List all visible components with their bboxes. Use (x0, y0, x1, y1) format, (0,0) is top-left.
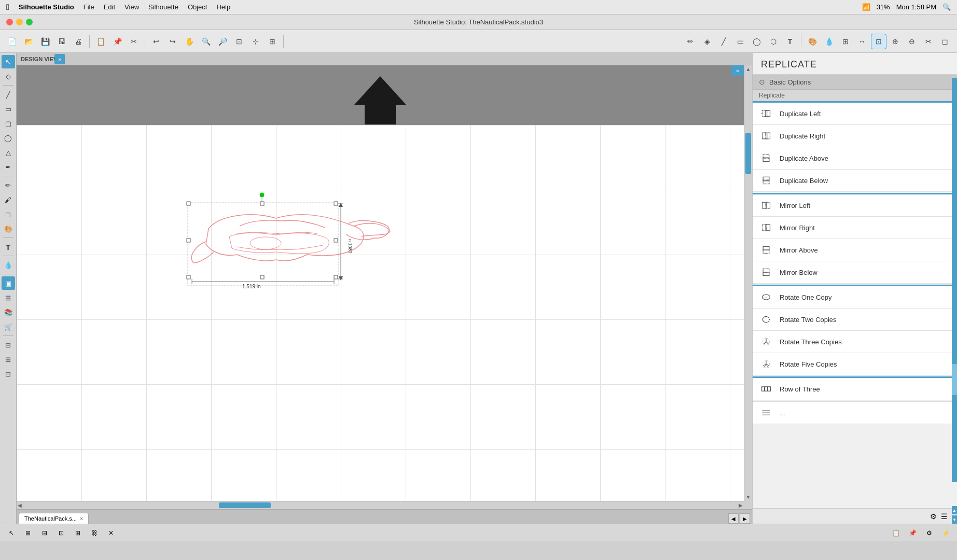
status-settings-btn[interactable]: ⚙ (922, 527, 936, 539)
undo-button[interactable]: ↩ (148, 34, 164, 49)
transform-tool[interactable]: ↔ (854, 34, 870, 49)
select-tool[interactable]: ↖ (2, 55, 15, 68)
replicate-tool[interactable]: ⊡ (871, 34, 886, 49)
ellipse-draw-tool[interactable]: ◯ (2, 131, 15, 145)
zoom-out-button[interactable]: 🔎 (215, 34, 230, 49)
rotate-three-item[interactable]: Rotate Three Copies (753, 331, 957, 353)
grid-tool[interactable]: ⊞ (838, 34, 853, 49)
knife-tool[interactable]: ✂ (921, 34, 936, 49)
pencil-tool[interactable]: ✏ (2, 178, 15, 192)
status-select-btn[interactable]: ↖ (4, 527, 19, 539)
panel-2[interactable]: ⊞ (2, 353, 15, 366)
canvas-expand-btn[interactable]: » (731, 65, 744, 76)
erase-tool[interactable]: ◻ (2, 207, 15, 221)
duplicate-right-item[interactable]: Duplicate Right (753, 125, 957, 147)
save-button[interactable]: 💾 (37, 34, 53, 49)
panel-3[interactable]: ⊡ (2, 367, 15, 381)
fill-panel-tool[interactable]: ▣ (2, 276, 15, 290)
library-tool[interactable]: 📚 (2, 305, 15, 319)
help-menu[interactable]: Help (216, 3, 230, 11)
zoom-fit-button[interactable]: ⊡ (231, 34, 247, 49)
tab-close-button[interactable]: × (80, 515, 83, 522)
pen-draw-tool[interactable]: ✒ (2, 160, 15, 174)
line-draw-tool[interactable]: ╱ (2, 88, 15, 101)
rotate-two-item[interactable]: Rotate Two Copies (753, 309, 957, 331)
nautical-tab[interactable]: TheNauticalPack.s... × (19, 513, 89, 524)
cut-button[interactable]: ✂ (126, 34, 142, 49)
settings-icon[interactable]: ☰ (941, 512, 948, 521)
mirror-below-item[interactable]: Mirror Below (753, 261, 957, 284)
object-menu[interactable]: Object (188, 3, 207, 11)
select-button[interactable]: ⊹ (248, 34, 263, 49)
eyedrop-tool[interactable]: 💧 (821, 34, 837, 49)
nav-left-btn[interactable]: ◀ (728, 513, 739, 524)
vscroll-up-btn[interactable]: ▲ (744, 65, 752, 73)
app-menu[interactable]: Silhouette Studio (19, 3, 74, 11)
fill-tool[interactable]: 🎨 (805, 34, 820, 49)
eraser-tool[interactable]: ◻ (937, 34, 953, 49)
duplicate-below-item[interactable]: Duplicate Below (753, 170, 957, 192)
expand-canvas-button[interactable]: » (54, 54, 65, 64)
copy-button[interactable]: 📋 (93, 34, 108, 49)
text-draw-tool[interactable]: T (2, 240, 15, 254)
gear-icon[interactable]: ⚙ (930, 512, 937, 521)
vscroll-down-btn[interactable]: ▼ (744, 494, 752, 500)
store-tool[interactable]: 🛒 (2, 320, 15, 333)
status-layer-btn[interactable]: ⊞ (71, 527, 85, 539)
rect-tool[interactable]: ▭ (732, 34, 748, 49)
text-tool[interactable]: T (782, 34, 798, 49)
panel-scroll-area[interactable]: ⊙ Basic Options Replicate (753, 75, 957, 524)
rotate-one-item[interactable]: Rotate One Copy (753, 286, 957, 309)
layers-tool[interactable]: ⊞ (2, 291, 15, 304)
apple-menu[interactable]:  (6, 3, 9, 12)
status-paste-btn[interactable]: 📌 (905, 527, 920, 539)
nav-right-btn[interactable]: ▶ (740, 513, 750, 524)
rotate-five-item[interactable]: Rotate Five Copies (753, 353, 957, 375)
status-close-btn[interactable]: ✕ (104, 527, 118, 539)
hscroll-thumb[interactable] (219, 502, 271, 508)
save-as-button[interactable]: 🖫 (54, 34, 70, 49)
rect-draw-tool[interactable]: ▭ (2, 102, 15, 116)
zoom-in-button[interactable]: 🔍 (198, 34, 214, 49)
ellipse-tool[interactable]: ◯ (749, 34, 765, 49)
mirror-right-item[interactable]: Mirror Right (753, 217, 957, 239)
section-header[interactable]: ⊙ Basic Options (753, 75, 957, 90)
more-items[interactable]: ... (753, 401, 957, 424)
minimize-button[interactable] (16, 19, 23, 25)
duplicate-left-item[interactable]: Duplicate Left (753, 103, 957, 125)
print-button[interactable]: 🖨 (71, 34, 86, 49)
view-menu[interactable]: View (124, 3, 139, 11)
edit-menu[interactable]: Edit (104, 3, 115, 11)
canvas-vscrollbar[interactable]: ▲ ▼ (744, 65, 752, 501)
hscroll-left-btn[interactable]: ◀ (18, 501, 22, 509)
rounded-rect-tool[interactable]: ▢ (2, 117, 15, 130)
pan-button[interactable]: ✋ (182, 34, 197, 49)
panel-scroll-down-btn[interactable]: ▼ (952, 515, 957, 524)
node-tool[interactable]: ◈ (699, 34, 715, 49)
line-tool[interactable]: ╱ (716, 34, 731, 49)
paste-button[interactable]: 📌 (109, 34, 125, 49)
eyedropper-tool[interactable]: 💧 (2, 258, 15, 272)
status-align-btn[interactable]: ⊟ (37, 527, 52, 539)
close-button[interactable] (6, 19, 13, 25)
row-three-item[interactable]: Row of Three (753, 378, 957, 400)
redo-button[interactable]: ↪ (165, 34, 181, 49)
duplicate-above-item[interactable]: Duplicate Above (753, 147, 957, 170)
brush-tool[interactable]: 🖌 (2, 193, 15, 206)
canvas-hscrollbar[interactable]: ◀ ▶ (17, 501, 744, 509)
status-config-btn[interactable]: ⚡ (938, 527, 953, 539)
open-button[interactable]: 📂 (21, 34, 36, 49)
subtract-tool[interactable]: ⊖ (904, 34, 920, 49)
search-icon[interactable]: 🔍 (942, 3, 951, 11)
panel-scroll-up-btn[interactable]: ▲ (952, 506, 957, 514)
file-menu[interactable]: File (84, 3, 94, 11)
status-copy-btn[interactable]: 📋 (889, 527, 903, 539)
weld-tool[interactable]: ⊕ (887, 34, 903, 49)
move-button[interactable]: ⊞ (265, 34, 280, 49)
mirror-left-item[interactable]: Mirror Left (753, 194, 957, 217)
status-link-btn[interactable]: ⛓ (87, 527, 102, 539)
polygon-tool[interactable]: ⬡ (766, 34, 781, 49)
pen-tool[interactable]: ✏ (683, 34, 698, 49)
right-panel-scrollbar-thumb[interactable] (952, 364, 957, 395)
right-panel-scrollbar[interactable] (952, 78, 957, 482)
